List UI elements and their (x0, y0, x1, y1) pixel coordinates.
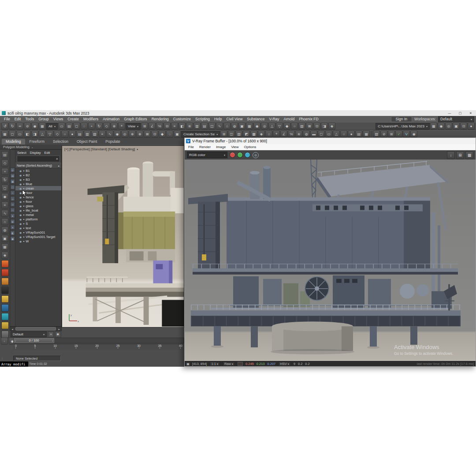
unlink-selection-icon[interactable]: ⊘ (24, 123, 31, 130)
named-selection-icon[interactable]: ≡ (171, 123, 178, 130)
rendered-image[interactable]: Activate Windows Go to Settings to activ… (185, 160, 476, 361)
select-by-name-icon[interactable]: ▤ (66, 123, 73, 130)
menu-item[interactable]: Substance (245, 117, 267, 121)
visibility-eye-icon[interactable]: ◉ (19, 196, 22, 199)
tool-icon[interactable]: ▭ (325, 130, 332, 138)
scale-icon[interactable]: ◇ (103, 123, 110, 130)
ribbon-tab[interactable]: Freeform (26, 139, 48, 145)
render-production-icon[interactable]: ◉ (253, 123, 260, 130)
visibility-eye-icon[interactable]: ◉ (19, 205, 22, 208)
se-xref-filter-icon[interactable]: ◍ (10, 219, 15, 224)
vfb-menu-item[interactable]: File (186, 145, 196, 149)
render-setup-icon[interactable]: ▣ (238, 123, 245, 130)
ribbon-tab[interactable]: Object Paint (73, 139, 101, 145)
tool-icon[interactable]: ⊕ (129, 130, 136, 138)
angle-snap-icon[interactable]: ∠ (149, 123, 156, 130)
se-lights-filter-icon[interactable]: ○ (10, 190, 15, 195)
visibility-eye-icon[interactable]: ◉ (19, 218, 22, 221)
visibility-eye-icon[interactable]: ◉ (19, 169, 22, 172)
snap-strip-icon[interactable]: ◉ (1, 193, 8, 200)
tool-icon[interactable]: ⊗ (136, 130, 143, 138)
tool-icon[interactable]: ≡ (99, 130, 106, 138)
tool-icon[interactable]: △ (39, 130, 46, 138)
tool-icon[interactable]: ◻ (318, 130, 325, 138)
ribbon-panel[interactable]: Polygon Modeling ⌄ (0, 145, 62, 149)
visibility-eye-icon[interactable]: ◉ (19, 209, 22, 212)
tool-icon[interactable]: ∠ (280, 130, 287, 138)
close-button[interactable]: ✕ (465, 110, 476, 116)
reference-coordinate-dropdown[interactable]: View ▾ (126, 123, 141, 130)
menu-item[interactable]: Create (65, 117, 81, 121)
visibility-eye-icon[interactable]: ◉ (19, 187, 22, 190)
tool-icon[interactable]: ⌖ (273, 130, 280, 138)
layers-strip-icon[interactable]: ≡ (1, 201, 8, 208)
tool-icon[interactable]: △ (333, 130, 340, 138)
tool-icon[interactable]: ▩ (250, 130, 257, 138)
visibility-eye-icon[interactable]: ◉ (19, 222, 22, 225)
phoenix-ocean-icon[interactable] (1, 304, 9, 312)
se-helpers-filter-icon[interactable]: ◇ (10, 202, 15, 207)
green-channel-toggle[interactable] (237, 152, 243, 158)
schematic-view-icon[interactable]: ⌂ (223, 123, 231, 130)
render-iterative-icon[interactable]: ◎ (261, 123, 268, 130)
default-layer-dropdown[interactable]: Default ▾ (11, 331, 47, 337)
pan-icon[interactable]: ▣ (186, 362, 190, 366)
layer-settings-icon[interactable]: ✱ (55, 331, 61, 337)
tool-icon[interactable]: ▭ (16, 130, 23, 138)
scene-row[interactable]: ◉ ● fance (15, 195, 61, 199)
scene-row[interactable]: ◉ ● Blue (15, 182, 61, 186)
curve-strip-icon[interactable]: ∿ (1, 210, 8, 217)
next-frame-icon[interactable]: › (52, 339, 53, 342)
schematic-strip-icon[interactable]: ⌂ (1, 218, 8, 225)
region-render-icon[interactable]: ⊞ (456, 151, 464, 159)
visibility-eye-icon[interactable]: ◉ (19, 178, 22, 181)
phoenix-spark-icon[interactable] (1, 295, 9, 303)
scroll-right-icon[interactable]: ▸ (57, 327, 61, 331)
tool-icon[interactable]: △ (268, 123, 275, 130)
tool-icon[interactable]: ◉ (114, 130, 121, 138)
se-shapes-filter-icon[interactable]: ◻ (10, 185, 15, 190)
render-strip-icon[interactable]: ▣ (1, 235, 8, 242)
placement-icon[interactable]: ⊕ (111, 123, 118, 130)
menu-item[interactable]: Civil View (224, 117, 245, 121)
scale-strip-icon[interactable]: ◇ (1, 160, 8, 167)
scene-row[interactable]: ◉ ● floor (15, 199, 61, 204)
visibility-eye-icon[interactable]: ◉ (19, 213, 22, 216)
scene-row[interactable]: ◉ ● VRaySun001 (15, 230, 61, 234)
tool-icon[interactable]: ◆ (283, 123, 290, 130)
tool-icon[interactable]: ⊡ (151, 130, 158, 138)
tool-icon[interactable]: ○ (291, 123, 298, 130)
tool-icon[interactable]: ⌂ (265, 130, 272, 138)
tool-icon[interactable]: ▧ (298, 123, 305, 130)
tool-icon[interactable]: % (288, 130, 295, 138)
menu-item[interactable]: Phoenix FD (297, 117, 320, 121)
visibility-eye-icon[interactable]: ◉ (19, 182, 22, 186)
visibility-eye-icon[interactable]: ◉ (19, 235, 22, 238)
redo-icon[interactable]: ↻ (9, 123, 16, 130)
time-slider-handle[interactable]: ‹ 0 / 100 › (14, 338, 54, 343)
tool-icon[interactable]: ▨ (235, 130, 242, 138)
minimize-button[interactable]: — (444, 110, 455, 116)
move-icon[interactable]: + (88, 123, 95, 130)
vfb-menu-item[interactable]: Render (197, 145, 213, 149)
align-icon[interactable]: ≋ (186, 123, 193, 130)
ribbon-tab[interactable]: Modeling (2, 139, 25, 145)
material-editor-icon[interactable]: ◍ (231, 123, 238, 130)
time-slider[interactable]: ‹ 0 / 100 › (13, 338, 184, 343)
menu-item[interactable]: Arnold (282, 117, 297, 121)
phoenix-night-icon[interactable] (1, 286, 9, 294)
scroll-left-icon[interactable]: ◂ (10, 327, 15, 331)
workspaces-dropdown[interactable]: Default ▾ (438, 116, 474, 122)
scene-explorer-toggle-icon[interactable]: ▥ (193, 123, 201, 130)
scene-row[interactable]: ◉ ● W (15, 239, 61, 243)
blue-channel-toggle[interactable] (245, 152, 250, 158)
perspective-viewport[interactable]: [+] [Perspective] [Standard] [Default Sh… (62, 145, 184, 327)
tool-icon[interactable]: ⊠ (144, 130, 151, 138)
se-find-icon[interactable]: ◎ (10, 167, 15, 172)
menu-item[interactable]: Customize (171, 117, 193, 121)
percent-snap-icon[interactable]: % (156, 123, 163, 130)
material-strip-icon[interactable]: ◍ (1, 227, 8, 234)
bind-spacewarp-icon[interactable]: ◉ (31, 123, 38, 130)
vfb-menu-item[interactable]: View (229, 145, 241, 149)
vray-toolbar-icon[interactable]: V (403, 130, 410, 138)
